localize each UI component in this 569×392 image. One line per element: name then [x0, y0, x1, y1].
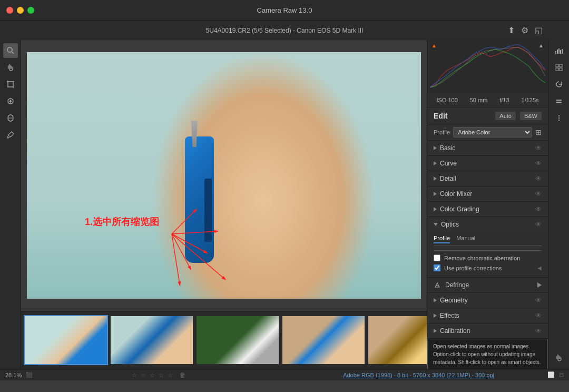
healing-tool[interactable]: [3, 94, 18, 109]
color-grading-row-left: Color Grading: [434, 205, 479, 213]
zoom-tool[interactable]: [3, 43, 18, 58]
effects-panel-row[interactable]: Effects 👁: [427, 308, 548, 323]
filmstrip-thumb-2[interactable]: [110, 315, 194, 365]
auto-button[interactable]: Auto: [495, 112, 516, 120]
remove-ca-label[interactable]: Remove chromatic aberration: [444, 255, 520, 261]
optics-row-left: Optics: [434, 221, 459, 228]
defringe-expand-icon: [537, 282, 542, 288]
mask-tool[interactable]: [3, 111, 18, 125]
view-single-icon[interactable]: ⬜: [547, 371, 555, 378]
optics-manual-tab[interactable]: Manual: [456, 235, 475, 243]
detail-panel-row[interactable]: Detail 👁: [427, 171, 548, 186]
svg-point-36: [558, 120, 559, 121]
color-mixer-eye-icon[interactable]: 👁: [535, 190, 542, 198]
tooltip-line1: Open selected images as normal images.: [433, 342, 542, 350]
filmstrip-thumb-4[interactable]: [281, 315, 366, 365]
view-grid-icon[interactable]: ⊟: [559, 371, 564, 378]
effects-section: Effects 👁: [427, 308, 548, 324]
color-mixer-section: Color Mixer 👁: [427, 187, 548, 202]
basic-eye-icon[interactable]: 👁: [535, 144, 542, 152]
profile-select[interactable]: Adobe Color Adobe Landscape Adobe Portra…: [453, 127, 532, 138]
hand-cursor-tool[interactable]: [552, 351, 566, 366]
rotate-tool[interactable]: [552, 77, 566, 92]
calibration-chevron-icon: [434, 329, 437, 333]
histogram-tool[interactable]: [552, 43, 566, 58]
thumb-image-2: [111, 316, 193, 364]
expand-icon[interactable]: ◱: [535, 25, 543, 35]
color-grading-section: Color Grading 👁: [427, 202, 548, 217]
app-title: Camera Raw 13.0: [257, 6, 312, 14]
use-profile-label[interactable]: Use profile corrections: [444, 265, 502, 271]
panel-scroll[interactable]: Basic 👁 Curve 👁: [427, 141, 548, 369]
knife-slot: [204, 179, 212, 242]
right-toolbar: [548, 40, 569, 369]
svg-rect-30: [560, 68, 562, 71]
crop-tool[interactable]: [3, 77, 18, 92]
knife-body: [185, 136, 214, 263]
optics-profile-tab[interactable]: Profile: [434, 235, 450, 243]
geometry-panel-row[interactable]: Geometry 👁: [427, 293, 548, 308]
layers-tool[interactable]: [552, 94, 566, 109]
defringe-left: Defringe: [434, 281, 469, 289]
edit-header: Edit Auto B&W: [427, 107, 548, 124]
svg-line-1: [12, 52, 14, 54]
optics-eye-icon[interactable]: 👁: [535, 221, 542, 228]
svg-point-35: [558, 117, 559, 119]
profile-grid-icon[interactable]: ⊞: [535, 128, 542, 136]
minimize-button[interactable]: [17, 7, 24, 14]
svg-rect-24: [558, 48, 560, 54]
color-grading-eye-icon[interactable]: 👁: [535, 205, 542, 213]
calibration-section: Calibration 👁: [427, 324, 548, 339]
geometry-chevron-icon: [434, 298, 437, 302]
color-grading-panel-row[interactable]: Color Grading 👁: [427, 202, 548, 217]
calibration-eye-icon[interactable]: 👁: [535, 327, 542, 335]
optics-divider: [434, 250, 542, 251]
more-tool[interactable]: [552, 111, 566, 125]
hand-tool[interactable]: [3, 60, 18, 75]
filmstrip-thumb-1[interactable]: [24, 315, 108, 365]
svg-point-0: [7, 47, 12, 52]
optics-panel-row[interactable]: Optics 👁: [427, 217, 548, 232]
curve-eye-icon[interactable]: 👁: [535, 160, 542, 167]
main-image-container[interactable]: 1.选中所有缩览图: [21, 40, 427, 311]
defringe-label: Defringe: [445, 281, 469, 289]
calibration-label: Calibration: [440, 327, 470, 335]
eye-dropper-tool[interactable]: [3, 128, 18, 142]
effects-eye-icon[interactable]: 👁: [535, 312, 542, 319]
basic-panel-row[interactable]: Basic 👁: [427, 141, 548, 155]
basic-row-left: Basic: [434, 144, 455, 152]
shutter-speed: 1/125s: [522, 97, 539, 103]
remove-ca-checkbox[interactable]: [434, 254, 440, 261]
use-profile-checkbox[interactable]: [434, 264, 440, 271]
delete-icon[interactable]: 🗑: [180, 371, 186, 379]
calibration-row-left: Calibration: [434, 327, 470, 335]
curve-row-left: Curve: [434, 160, 457, 167]
bw-button[interactable]: B&W: [520, 112, 542, 120]
filmstrip-thumb-3[interactable]: [195, 315, 280, 365]
share-icon[interactable]: ⬆: [508, 25, 515, 35]
settings-icon[interactable]: ⚙: [521, 25, 528, 35]
color-mixer-panel-row[interactable]: Color Mixer 👁: [427, 187, 548, 201]
color-grading-label: Color Grading: [440, 205, 479, 213]
svg-rect-31: [556, 100, 562, 101]
right-panel: ▲ ▲ ISO 100 50 mm f/13 1/125s Edit: [427, 40, 548, 369]
detail-chevron-icon: [434, 177, 437, 181]
thumb-image-1: [25, 316, 107, 364]
filmstrip-thumb-5[interactable]: [367, 315, 427, 365]
maximize-button[interactable]: [27, 7, 34, 14]
geometry-section: Geometry 👁: [427, 293, 548, 308]
curve-panel-row[interactable]: Curve 👁: [427, 156, 548, 171]
svg-rect-28: [560, 64, 562, 67]
profile-row: Profile Adobe Color Adobe Landscape Adob…: [427, 124, 548, 141]
svg-rect-2: [8, 82, 13, 87]
grid-layout-tool[interactable]: [552, 60, 566, 75]
curve-chevron-icon: [434, 161, 437, 165]
svg-rect-26: [562, 49, 563, 54]
close-button[interactable]: [6, 7, 13, 14]
title-bar: Camera Raw 13.0: [0, 0, 569, 20]
geometry-eye-icon[interactable]: 👁: [535, 297, 542, 304]
basic-section: Basic 👁: [427, 141, 548, 156]
detail-eye-icon[interactable]: 👁: [535, 175, 542, 182]
calibration-panel-row[interactable]: Calibration 👁: [427, 324, 548, 338]
defringe-row[interactable]: Defringe: [427, 278, 548, 293]
